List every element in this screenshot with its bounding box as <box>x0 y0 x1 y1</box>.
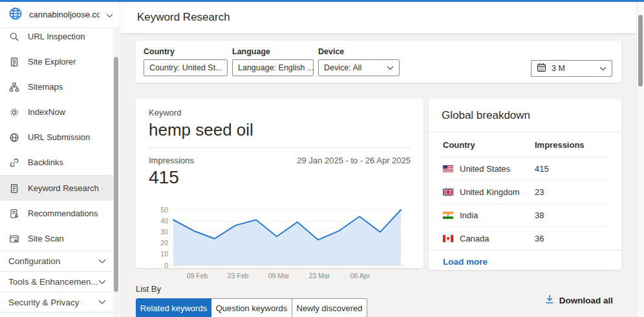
site-globe-icon <box>8 6 23 23</box>
magnifier-icon <box>9 32 19 42</box>
sidebar-item-recommendations[interactable]: Recommendations <box>0 201 116 226</box>
country-select[interactable]: Country: United St... <box>144 59 228 76</box>
sidebar-nav-top: URL Inspection Site Explorer Sitemaps In… <box>0 24 116 175</box>
language-filter-group: Language Language: English ... <box>232 47 314 76</box>
device-filter-group: Device Device: All <box>318 47 400 76</box>
chevron-down-icon <box>387 66 394 70</box>
date-range-value: 3 M <box>552 64 596 73</box>
table-row: United States 415 <box>429 158 621 180</box>
svg-text:50: 50 <box>160 206 168 214</box>
x-axis-label: 06 Apr <box>350 272 370 280</box>
sidebar-scrollbar-thumb[interactable] <box>114 57 118 292</box>
page-scrollbar[interactable] <box>636 2 644 317</box>
country-filter-group: Country Country: United St... <box>144 47 228 76</box>
sidebar: URL Inspection Site Explorer Sitemaps In… <box>0 2 120 317</box>
sidebar-scrollbar[interactable] <box>113 28 119 317</box>
sidebar-item-sitemaps[interactable]: Sitemaps <box>0 74 116 99</box>
keyword-card: Keyword hemp seed oil Impressions 29 Jan… <box>136 99 424 268</box>
sitemap-icon <box>9 82 19 92</box>
country-filter-label: Country <box>144 47 228 56</box>
link-icon <box>9 158 19 168</box>
date-range-text: 29 Jan 2025 - to - 26 Apr 2025 <box>297 156 411 165</box>
language-filter-label: Language <box>232 47 314 56</box>
breakdown-table-body: United States 415 United Kingdom 23 Indi… <box>429 158 621 250</box>
language-select[interactable]: Language: English ... <box>232 59 314 76</box>
table-row: India 38 <box>429 204 621 227</box>
table-row: Canada 36 <box>429 227 621 250</box>
document-icon <box>9 183 19 194</box>
sidebar-item-url-submission[interactable]: URL Submission <box>0 125 116 150</box>
svg-text:10: 10 <box>160 250 168 258</box>
page-scrollbar-thumb[interactable] <box>638 15 643 87</box>
chevron-down-icon <box>98 259 106 264</box>
chevron-down-icon <box>98 300 106 305</box>
tab-related-keywords[interactable]: Related keywords <box>136 298 211 317</box>
sidebar-group-tools-enhancemen[interactable]: Tools & Enhancemen... <box>0 271 116 292</box>
divider <box>149 147 411 148</box>
table-row: United Kingdom 23 <box>429 181 621 203</box>
keyword-value: hemp seed oil <box>149 119 411 140</box>
list-by-label: List By <box>136 284 161 294</box>
impressions-column-header: Impressions <box>535 140 621 150</box>
document-person-icon <box>9 209 19 219</box>
sidebar-item-indexnow[interactable]: IndexNow <box>0 99 116 125</box>
device-filter-label: Device <box>318 47 400 56</box>
svg-text:20: 20 <box>160 239 168 247</box>
chevron-down-icon <box>226 66 228 70</box>
calendar-icon <box>537 63 546 74</box>
document-list-icon <box>9 57 19 67</box>
keyword-label: Keyword <box>149 108 411 118</box>
date-range-select[interactable]: 3 M <box>531 60 612 77</box>
flag-ca-icon <box>443 235 453 242</box>
x-axis-label: 23 Mar <box>309 272 330 280</box>
breakdown-table-header: Country Impressions <box>429 132 621 157</box>
svg-text:0: 0 <box>164 261 168 269</box>
country-column-header: Country <box>443 140 535 150</box>
flag-us-icon <box>443 165 453 172</box>
sidebar-item-keyword-research[interactable]: Keyword Research <box>0 176 116 201</box>
chevron-down-icon <box>106 9 113 21</box>
sidebar-groups: ConfigurationTools & Enhancemen...Securi… <box>0 251 116 312</box>
sidebar-group-security-privacy[interactable]: Security & Privacy <box>0 292 116 312</box>
browser-icon <box>9 234 19 244</box>
svg-text:30: 30 <box>160 228 168 236</box>
global-breakdown-title: Global breakdown <box>429 99 621 132</box>
download-icon <box>545 294 554 306</box>
flag-in-icon <box>443 212 453 219</box>
chevron-down-icon <box>599 66 606 71</box>
impressions-value: 415 <box>149 167 411 188</box>
impressions-label: Impressions <box>149 156 194 165</box>
global-breakdown-card: Global breakdown Country Impressions Uni… <box>429 99 621 270</box>
sidebar-item-site-scan[interactable]: Site Scan <box>0 226 116 251</box>
tab-question-keywords[interactable]: Question keywords <box>211 298 292 317</box>
x-axis-label: 09 Mar <box>268 272 290 280</box>
filters-card: Country Country: United St... Language L… <box>136 41 621 83</box>
globe-icon <box>9 132 19 143</box>
main-header: Keyword Research <box>120 2 636 34</box>
sidebar-nav-bottom: Keyword Research Recommendations Site Sc… <box>0 175 116 251</box>
x-axis-label: 23 Feb <box>228 272 249 280</box>
tab-newly-discovered[interactable]: Newly discovered <box>292 298 367 317</box>
impressions-chart: 01020304050 <box>136 205 424 268</box>
svg-text:40: 40 <box>160 217 168 225</box>
sidebar-item-backlinks[interactable]: Backlinks <box>0 150 116 175</box>
x-axis-label: 09 Feb <box>187 272 208 280</box>
site-name: cannabinoljoose.com/ <box>29 10 100 19</box>
chevron-down-icon <box>98 280 106 285</box>
download-all-button[interactable]: Download all <box>545 294 613 306</box>
sidebar-item-site-explorer[interactable]: Site Explorer <box>0 49 116 74</box>
main-content: Country Country: United St... Language L… <box>120 34 636 317</box>
load-more-link[interactable]: Load more <box>429 251 621 273</box>
sidebar-group-configuration[interactable]: Configuration <box>0 251 116 271</box>
list-by-tabs: Related keywordsQuestion keywordsNewly d… <box>136 298 367 317</box>
page-title: Keyword Research <box>137 11 230 24</box>
flag-gb-icon <box>443 189 453 196</box>
top-accent-bar <box>0 0 644 2</box>
chart-x-axis-labels: 09 Feb23 Feb09 Mar23 Mar06 Apr <box>136 272 424 281</box>
site-selector[interactable]: cannabinoljoose.com/ <box>0 2 120 28</box>
gear-icon <box>9 107 19 118</box>
device-select[interactable]: Device: All <box>318 59 400 76</box>
